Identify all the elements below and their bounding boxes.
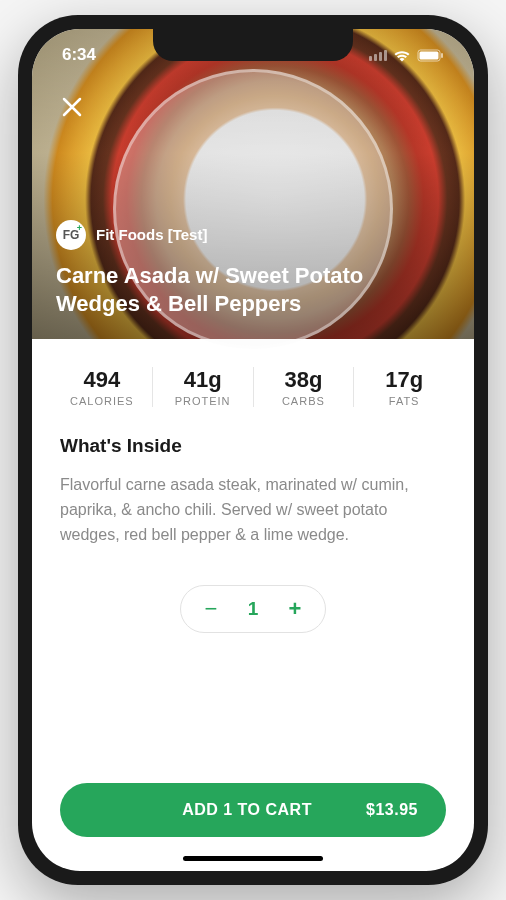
vendor-name: Fit Foods [Test] [96, 226, 207, 243]
nutrition-protein: 41g PROTEIN [153, 367, 254, 407]
svg-rect-1 [420, 51, 439, 59]
cart-button-label: ADD 1 TO CART [88, 801, 366, 819]
app-screen: 6:34 [32, 29, 474, 871]
nutrition-label: PROTEIN [153, 395, 253, 407]
nutrition-calories: 494 CALORIES [52, 367, 153, 407]
wifi-icon [393, 49, 411, 62]
nutrition-label: CARBS [254, 395, 354, 407]
vendor-row[interactable]: FG Fit Foods [Test] [56, 220, 450, 250]
quantity-value: 1 [245, 598, 261, 620]
battery-icon [417, 49, 444, 62]
nutrition-value: 494 [52, 367, 152, 393]
nutrition-value: 17g [354, 367, 454, 393]
phone-frame: 6:34 [18, 15, 488, 885]
content-section: What's Inside Flavorful carne asada stea… [32, 435, 474, 767]
vendor-logo: FG [56, 220, 86, 250]
increment-button[interactable]: + [283, 596, 307, 622]
home-indicator[interactable] [183, 856, 323, 861]
hero-info: FG Fit Foods [Test] Carne Asada w/ Sweet… [56, 220, 450, 319]
close-icon [62, 97, 82, 117]
stepper-row: − 1 + [60, 585, 446, 633]
svg-rect-2 [441, 53, 443, 58]
decrement-button[interactable]: − [199, 596, 223, 622]
status-time: 6:34 [62, 45, 96, 65]
dish-title: Carne Asada w/ Sweet Potato Wedges & Bel… [56, 262, 436, 319]
add-to-cart-button[interactable]: ADD 1 TO CART $13.95 [60, 783, 446, 837]
nutrition-label: FATS [354, 395, 454, 407]
close-button[interactable] [56, 91, 88, 123]
status-right [369, 49, 444, 62]
dish-description: Flavorful carne asada steak, marinated w… [60, 473, 446, 547]
nutrition-value: 41g [153, 367, 253, 393]
cellular-icon [369, 50, 387, 61]
nutrition-carbs: 38g CARBS [254, 367, 355, 407]
phone-inner: 6:34 [32, 29, 474, 871]
nutrition-label: CALORIES [52, 395, 152, 407]
phone-notch [153, 29, 353, 61]
cart-button-price: $13.95 [366, 801, 418, 819]
quantity-stepper: − 1 + [180, 585, 326, 633]
nutrition-value: 38g [254, 367, 354, 393]
nutrition-row: 494 CALORIES 41g PROTEIN 38g CARBS 17g F… [32, 339, 474, 435]
nutrition-fats: 17g FATS [354, 367, 454, 407]
section-title: What's Inside [60, 435, 446, 457]
